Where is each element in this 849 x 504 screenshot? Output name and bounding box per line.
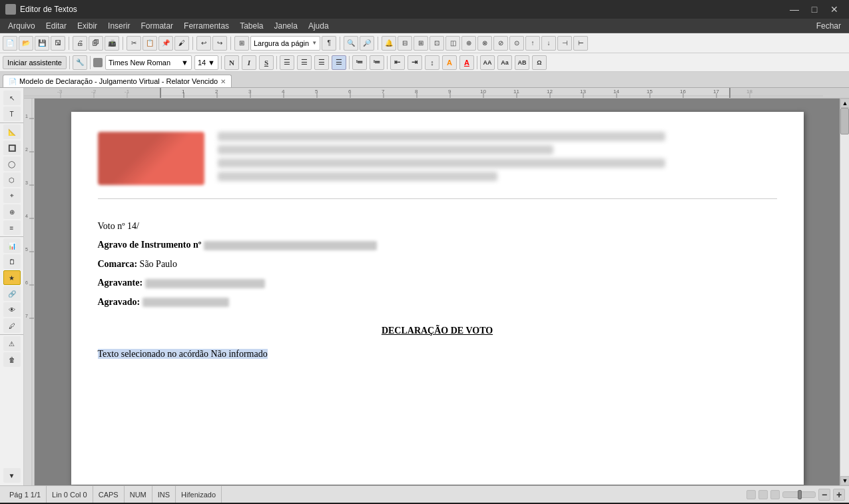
indent-increase-button[interactable]: ⇥ [408,55,422,70]
lt-btn-16[interactable]: ⚠ [3,336,21,351]
fax-button[interactable]: 📠 [105,36,119,51]
scroll-down-button[interactable]: ▼ [840,476,849,485]
scroll-track[interactable] [840,108,849,476]
ins-status[interactable]: INS [152,486,176,503]
open-button[interactable]: 📂 [19,36,33,51]
menu-ajuda[interactable]: Ajuda [303,20,334,32]
assistente-button[interactable]: Iniciar assistente [3,56,67,69]
redo-button[interactable]: ↪ [212,36,227,51]
zoom-plus-button[interactable]: + [833,489,845,501]
scroll-thumb[interactable] [840,108,849,134]
align-left-button[interactable]: ☰ [280,55,294,70]
bold-button[interactable]: N [224,55,239,70]
tb-extra-7[interactable]: ⊗ [477,36,492,51]
italic-button[interactable]: I [242,55,256,70]
menu-inserir[interactable]: Inserir [103,20,135,32]
lt-btn-5[interactable]: ◯ [3,156,21,171]
tb-extra-2[interactable]: ⊟ [398,36,412,51]
minimize-button[interactable]: — [785,3,804,16]
font-color-button[interactable]: A [459,55,474,70]
lt-btn-2[interactable]: T [3,107,21,121]
lt-btn-6[interactable]: ⬡ [3,172,21,187]
lt-btn-13[interactable]: 🔗 [3,286,21,301]
caps-button[interactable]: AB [515,55,529,70]
tb-extra-11[interactable]: ↓ [541,36,556,51]
lt-btn-8[interactable]: ⊕ [3,204,21,219]
save-as-button[interactable]: 🖫 [51,36,65,51]
tb-extra-8[interactable]: ⊘ [493,36,508,51]
undo-button[interactable]: ↩ [196,36,211,51]
special-char-button[interactable]: Ω [532,55,547,70]
tb-extra-9[interactable]: ⊙ [509,36,524,51]
lt-btn-1[interactable]: ↖ [3,91,21,105]
font-size-dropdown[interactable]: 14 ▼ [194,55,218,70]
num-status[interactable]: NUM [125,486,152,503]
lt-btn-14[interactable]: 👁 [3,302,21,317]
print-preview-button[interactable]: 🗐 [89,36,103,51]
tb-extra-1[interactable]: 🔔 [382,36,396,51]
hifen-status[interactable]: Hifenizado [176,486,222,503]
tab-close-button[interactable]: ✕ [220,78,226,85]
document-tab[interactable]: 📄 Modelo de Declaração - Julgamento Virt… [3,75,232,87]
tb-extra-6[interactable]: ⊕ [461,36,476,51]
underline-button[interactable]: S [259,55,274,70]
format-painter-button[interactable]: 🖌 [174,36,189,51]
copy-button[interactable]: 📋 [142,36,157,51]
table-button[interactable]: ⊞ [234,36,249,51]
zoom-minus-button[interactable]: − [818,489,830,501]
lt-btn-17[interactable]: 🗑 [3,352,21,367]
lt-btn-11[interactable]: 🗒 [3,254,21,269]
indent-decrease-button[interactable]: ⇤ [390,55,405,70]
list-unordered-button[interactable]: ≔ [352,55,367,70]
close-button[interactable]: ✕ [825,3,844,16]
menu-exibir[interactable]: Exibir [72,20,103,32]
save-button[interactable]: 💾 [35,36,49,51]
find-button[interactable]: 🔍 [344,36,358,51]
lt-btn-3[interactable]: 📐 [3,125,21,139]
menu-formatar[interactable]: Formatar [135,20,178,32]
lt-btn-18[interactable]: ▼ [3,468,21,483]
caps-status[interactable]: CAPS [93,486,125,503]
svg-text:13: 13 [580,89,586,95]
zoom-slider[interactable] [782,491,816,498]
font-family-dropdown[interactable]: Times New Roman ▼ [105,55,192,70]
text-up-button[interactable]: AA [480,55,495,70]
scroll-up-button[interactable]: ▲ [840,99,849,108]
view-dropdown[interactable]: Largura da págin ▼ [250,36,320,51]
tb-extra-5[interactable]: ◫ [445,36,460,51]
menu-janela[interactable]: Janela [269,20,303,32]
menu-ferramentas[interactable]: Ferramentas [178,20,234,32]
new-doc-button[interactable]: 📄 [3,36,17,51]
find-replace-button[interactable]: 🔎 [360,36,374,51]
tb-extra-13[interactable]: ⊢ [573,36,588,51]
paste-button[interactable]: 📌 [158,36,173,51]
print-button[interactable]: 🖨 [73,36,87,51]
tb-extra-3[interactable]: ⊞ [414,36,428,51]
paragraph-button[interactable]: ¶ [322,36,336,51]
align-center-button[interactable]: ☰ [297,55,312,70]
lt-btn-12[interactable]: ★ [3,270,21,285]
lt-btn-4[interactable]: 🔲 [3,140,21,155]
maximize-button[interactable]: □ [805,3,824,16]
lt-btn-10[interactable]: 📊 [3,238,21,253]
text-down-button[interactable]: Aa [497,55,512,70]
menu-editar[interactable]: Editar [41,20,72,32]
menu-tabela[interactable]: Tabela [234,20,268,32]
menu-arquivo[interactable]: Arquivo [3,20,41,32]
menu-fechar[interactable]: Fechar [811,20,846,32]
list-ordered-button[interactable]: ≔ [370,55,384,70]
assistente-icon-button[interactable]: 🔧 [73,55,87,70]
lt-btn-15[interactable]: 🖊 [3,318,21,333]
align-right-button[interactable]: ☰ [314,55,329,70]
tb-extra-4[interactable]: ⊡ [429,36,444,51]
document-scroll-area[interactable]: Voto nº 14/ Agravo de Instrumento nº Com… [35,99,840,485]
line-spacing-button[interactable]: ↕ [425,55,439,70]
highlight-button[interactable]: A [442,55,457,70]
tb-extra-12[interactable]: ⊣ [557,36,572,51]
cut-button[interactable]: ✂ [127,36,141,51]
lt-btn-7[interactable]: ⌖ [3,188,21,203]
tab-bar: 📄 Modelo de Declaração - Julgamento Virt… [0,72,849,88]
lt-btn-9[interactable]: ≡ [3,220,21,235]
tb-extra-10[interactable]: ↑ [525,36,540,51]
align-justify-button[interactable]: ☰ [332,55,346,70]
